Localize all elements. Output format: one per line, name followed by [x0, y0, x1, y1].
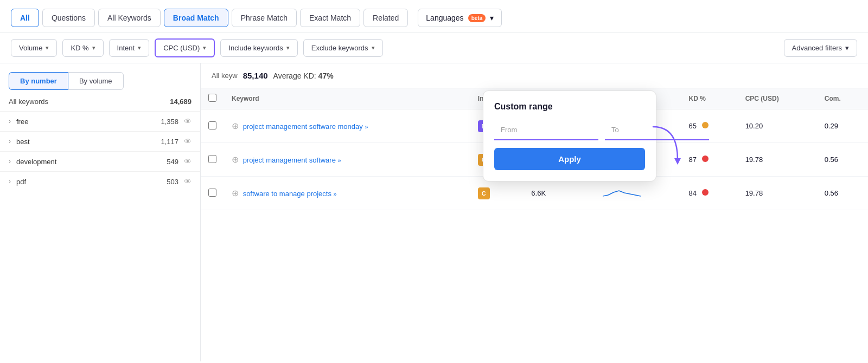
popup-arrow-icon — [650, 121, 683, 165]
row1-keyword-cell: ⊕ project management software monday » — [224, 109, 470, 143]
volume-filter-btn[interactable]: Volume ▾ — [11, 39, 57, 57]
tab-broad-match[interactable]: Broad Match — [164, 9, 228, 27]
row3-checkbox-cell — [201, 177, 224, 210]
popup-title: Custom range — [494, 102, 645, 112]
row3-com: 0.56 — [817, 177, 868, 210]
row3-cpc: 19.78 — [738, 177, 817, 210]
tab-exact-match[interactable]: Exact Match — [300, 9, 360, 27]
avg-kd-label: Average KD: 47% — [273, 72, 334, 80]
sidebar-count-best: 1,117 — [161, 138, 178, 146]
add-icon[interactable]: ⊕ — [232, 121, 239, 131]
table-all-keywords-label: All keyw — [212, 72, 238, 80]
table-area: All keyw 85,140 Average KD: 47% Keyword … — [201, 63, 868, 361]
row1-checkbox-cell — [201, 109, 224, 143]
sidebar-keyword-development[interactable]: development — [16, 158, 161, 166]
exclude-keywords-label: Exclude keywords — [311, 44, 368, 52]
row2-cpc: 19.78 — [738, 143, 817, 177]
app-container: All Questions All Keywords Broad Match P… — [0, 0, 868, 363]
add-icon[interactable]: ⊕ — [232, 155, 239, 164]
row2-checkbox-cell — [201, 143, 224, 177]
sidebar-count-free: 1,358 — [161, 118, 178, 126]
row2-kd: 87 — [681, 143, 738, 177]
sidebar-keyword-best[interactable]: best — [16, 138, 155, 146]
tab-all-keywords[interactable]: All Keywords — [98, 9, 161, 27]
svg-marker-1 — [674, 158, 681, 165]
eye-icon-development[interactable]: 👁 — [184, 157, 192, 166]
include-keywords-filter-btn[interactable]: Include keywords ▾ — [220, 39, 297, 57]
th-checkbox — [201, 88, 224, 109]
popup-apply-btn[interactable]: Apply — [494, 148, 645, 170]
intent-label: Intent — [117, 44, 135, 52]
sidebar-all-keywords-row: All keywords 14,689 — [0, 90, 200, 111]
chevron-right-icon: › — [9, 138, 11, 145]
row3-keyword-cell: ⊕ software to manage projects » — [224, 177, 470, 210]
total-count: 85,140 — [243, 71, 268, 80]
cpc-label: CPC (USD) — [163, 44, 200, 52]
add-icon[interactable]: ⊕ — [232, 189, 239, 198]
table-header-info: All keyw 85,140 Average KD: 47% — [201, 63, 868, 88]
exclude-keywords-filter-btn[interactable]: Exclude keywords ▾ — [303, 39, 383, 57]
eye-icon-pdf[interactable]: 👁 — [184, 177, 192, 186]
sidebar-item-free: › free 1,358 👁 — [0, 111, 200, 131]
row2-com: 0.56 — [817, 143, 868, 177]
row3-keyword-link[interactable]: software to manage projects — [243, 190, 331, 198]
kd-filter-btn[interactable]: KD % ▾ — [62, 39, 103, 57]
beta-badge: beta — [468, 14, 486, 22]
include-keywords-label: Include keywords — [228, 44, 283, 52]
row3-kd: 84 — [681, 177, 738, 210]
sidebar-all-keywords-label: All keywords — [9, 98, 48, 106]
advanced-filters-chevron-icon: ▾ — [845, 44, 849, 52]
row3-intent-badge: C — [478, 187, 490, 199]
tab-questions[interactable]: Questions — [42, 9, 95, 27]
sidebar-keyword-free[interactable]: free — [16, 118, 155, 126]
row2-checkbox[interactable] — [208, 155, 216, 163]
sidebar-keyword-pdf[interactable]: pdf — [16, 178, 161, 186]
row1-com: 0.29 — [817, 109, 868, 143]
tab-all[interactable]: All — [11, 9, 39, 27]
sidebar-item-best: › best 1,117 👁 — [0, 131, 200, 151]
advanced-filters-btn[interactable]: Advanced filters ▾ — [784, 39, 858, 57]
sidebar-item-pdf: › pdf 503 👁 — [0, 171, 200, 191]
double-arrow-icon: » — [338, 157, 341, 164]
eye-icon-best[interactable]: 👁 — [184, 137, 192, 146]
sidebar-by-number-btn[interactable]: By number — [9, 72, 68, 90]
row2-keyword-link[interactable]: project management software — [243, 156, 336, 164]
avg-kd-value: 47% — [318, 72, 334, 80]
volume-label: Volume — [19, 44, 42, 52]
filter-bar: Volume ▾ KD % ▾ Intent ▾ CPC (USD) ▾ Inc… — [0, 33, 868, 63]
row3-checkbox[interactable] — [208, 189, 216, 197]
languages-label: Languages — [426, 14, 463, 22]
include-chevron-icon: ▾ — [286, 44, 290, 51]
main-content: By number By volume All keywords 14,689 … — [0, 63, 868, 361]
sidebar-by-volume-btn[interactable]: By volume — [68, 72, 124, 90]
sidebar-count-pdf: 503 — [167, 178, 178, 186]
tab-related[interactable]: Related — [363, 9, 408, 27]
double-arrow-icon: » — [365, 124, 368, 130]
popup-from-input[interactable] — [494, 120, 598, 140]
tab-languages[interactable]: Languages beta ▾ — [418, 9, 502, 27]
chevron-right-icon: › — [9, 158, 11, 165]
intent-filter-btn[interactable]: Intent ▾ — [109, 39, 150, 57]
eye-icon-free[interactable]: 👁 — [184, 117, 192, 126]
volume-chevron-icon: ▾ — [46, 44, 49, 51]
languages-chevron-icon: ▾ — [490, 14, 494, 22]
select-all-checkbox[interactable] — [208, 94, 216, 102]
chevron-right-icon: › — [9, 178, 11, 185]
th-com: Com. — [817, 88, 868, 109]
row1-cpc: 10.20 — [738, 109, 817, 143]
intent-chevron-icon: ▾ — [138, 44, 141, 51]
row3-kd-dot — [702, 189, 709, 196]
tab-bar: All Questions All Keywords Broad Match P… — [0, 0, 868, 33]
th-kd: KD % — [681, 88, 738, 109]
double-arrow-icon: » — [334, 191, 337, 197]
kd-label: KD % — [71, 44, 88, 52]
th-keyword: Keyword — [224, 88, 470, 109]
row1-keyword-link[interactable]: project management software monday — [243, 122, 363, 131]
row2-kd-dot — [702, 155, 709, 162]
sidebar-item-development: › development 549 👁 — [0, 151, 200, 171]
sidebar-toggle-group: By number By volume — [0, 63, 200, 90]
cpc-chevron-icon: ▾ — [203, 44, 206, 51]
cpc-filter-btn[interactable]: CPC (USD) ▾ — [155, 38, 215, 57]
row1-checkbox[interactable] — [208, 121, 216, 129]
tab-phrase-match[interactable]: Phrase Match — [232, 9, 297, 27]
